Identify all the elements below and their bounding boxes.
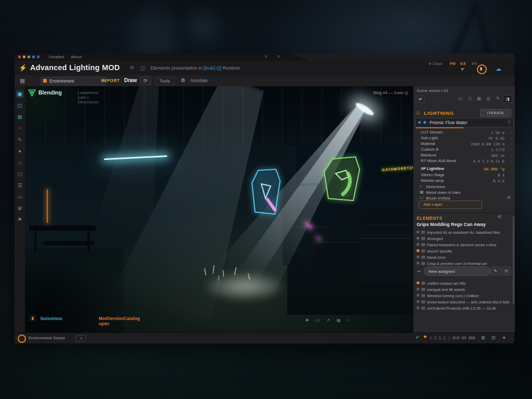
dimension-row[interactable]: ⌐Dimension [416,184,513,189]
filter-settings-icon[interactable]: ⚙ [181,77,185,83]
rotate-button[interactable]: ⟳ [140,76,151,85]
sync-icon[interactable]: ⟲ [497,214,501,219]
window-control-maximize[interactable] [28,56,30,58]
lasso-tool-icon[interactable]: ◇ [16,159,23,166]
window-control-minimize[interactable] [23,56,25,58]
send-icon[interactable]: ➤ [459,65,466,72]
3d-viewport[interactable]: GATAWORETZCA GREYSTONE Blending [ weathe… [25,86,413,332]
hatch-tool-icon[interactable]: ▨ [477,96,481,101]
element-list-item[interactable]: ▤Crisp & preview over 2x thermal set [417,261,509,266]
avatar[interactable] [477,64,487,74]
list-tool-icon[interactable]: ☰ [16,182,23,189]
add-icon[interactable]: ✚ [305,318,309,323]
drag-handle-icon[interactable]: ⠿ [508,120,511,125]
pencil-tool-icon[interactable]: ✎ [496,96,500,101]
add-layer-button[interactable]: Add Layer [419,201,482,209]
property-row[interactable]: RT Mixer AVA Bend4.9 2.2 0.11 B▫ [416,158,513,164]
status-menu-button[interactable]: ≡ [76,335,86,342]
checkbox-row[interactable]: ▣Blend down in bars [416,190,513,195]
toggle-icon[interactable]: ▫ [511,142,512,145]
annotate-button[interactable]: Annotate [190,78,208,83]
property-row[interactable]: Blackout400 lm▫ [416,153,513,158]
cloud-sync-icon[interactable]: ☁ [496,65,501,72]
property-row[interactable]: Sub LightPF 0.90▫ [416,136,513,141]
info-icon[interactable]: ⓘ [140,65,145,72]
toggle-icon[interactable]: ▫ [511,148,512,151]
chevron-down-icon[interactable]: ▿ [277,54,280,59]
timer-icon[interactable]: ◔ [348,318,350,323]
toggle-icon[interactable]: ▫ [511,153,512,157]
property-subheader-row[interactable]: #P Lightline04.000 °g [416,166,513,171]
toggle-icon[interactable]: ▫ [511,159,512,163]
viewport-catalog-label[interactable]: ModVersionCatalog open [99,316,140,326]
window-control-close[interactable] [18,56,21,58]
flag-tool-icon[interactable]: ⚑ [16,216,23,223]
mod-thumbnail-icon[interactable]: ▮ [29,315,36,322]
frames-tool-icon[interactable]: ◫ [16,102,23,109]
expand-icon[interactable]: ↗ [326,318,330,323]
element-assign-input[interactable] [424,267,490,276]
checkbox-icon[interactable]: ☐ [420,195,423,200]
divider-tool-icon[interactable]: − [16,125,23,132]
element-list-item[interactable]: ▤blend zone [417,255,509,260]
grid-toggle-icon[interactable]: ⊞ [481,335,485,340]
window-control-extra[interactable] [37,56,39,58]
rect-tool-icon[interactable]: ▢ [16,170,23,178]
bullet-icon [417,307,419,309]
frame-tool-icon[interactable]: ▭ [458,96,462,101]
grid-tool-icon[interactable]: ⊞ [16,205,23,212]
plane-tool-icon[interactable]: ▭ [16,193,23,201]
element-list-item[interactable]: ▤Paired behaviors & element zones v-bind [417,242,509,247]
panel-toggle-icon[interactable]: ⊡ [491,335,496,340]
monitor-tool-icon[interactable]: ▤ [16,113,23,121]
menu-detailed[interactable]: Detailed [49,55,64,59]
build-link[interactable]: [Build.Q] [204,65,222,71]
property-row[interactable]: LUT Stream1.94 m▫ [416,130,513,135]
element-list-item[interactable]: ▤Imported lid on subsheet 4u, baselined … [417,230,509,235]
brush-tool-icon[interactable]: ✎ [16,136,23,143]
split-tool-icon[interactable]: ◫ [486,96,490,101]
window-tab-strip[interactable]: Detailed About ▿ ▿ [15,54,309,61]
property-row[interactable]: Custom B1.1779▫ [416,147,513,152]
element-list-item[interactable]: ▤unOrdered Products shift 2.0.2b — 10.4k [417,305,509,311]
checkbox-row[interactable]: ☐Brush InVista⚒ [416,195,513,201]
wrench-icon[interactable]: ⚒ [507,195,511,200]
element-list-item[interactable]: ▤secure specific [417,248,509,254]
panel-toggle-icon[interactable]: ◨ [503,95,512,103]
sphere-tool-icon[interactable]: ● [16,148,23,155]
history-icon[interactable]: ⟳ [130,65,134,71]
element-list-item[interactable]: ▤Wireless turning runs | Outliner [417,293,509,298]
collapse-icon[interactable]: ▾ [503,335,506,340]
element-list-item[interactable]: ▤crafted outdoor arc lifts [417,281,509,286]
window-control-pin[interactable] [32,56,35,58]
property-row[interactable]: Material2048 8.00 120 m▫ [416,141,513,147]
edit-button[interactable]: ✎ [490,267,500,275]
element-list-item[interactable]: ▤drone-based obscured — arm ordered kits… [417,299,509,304]
grid-icon[interactable]: ▦ [337,318,341,323]
user-avatar[interactable] [18,335,26,343]
toggle-icon[interactable]: ▫ [511,136,512,140]
swap-icon[interactable]: ⇄ [416,96,425,103]
iterate-button[interactable]: ITERATE [480,109,511,117]
property-row[interactable]: Stereo StageM 4 [416,172,513,178]
viewport-user-label[interactable]: buissimus [41,316,62,321]
property-row[interactable]: Nebula rampN 4.8 [416,178,513,183]
frame-icon[interactable]: ▭ [316,318,320,323]
element-list-item[interactable]: ▤Arranged [417,236,509,241]
grid-view-icon[interactable]: ▦ [20,77,25,84]
element-list-item[interactable]: ▤unequal arm lift assets [417,287,509,292]
scrollbar-thumb[interactable] [513,216,514,304]
square-tool-icon[interactable]: ◻ [468,96,472,101]
duplicate-button[interactable]: ⊡ [501,267,511,275]
environment-dropdown[interactable]: Environment ▾ [41,77,106,85]
grass-tuft [218,275,219,281]
chevron-down-icon[interactable]: ▿ [265,54,267,59]
menu-about[interactable]: About [71,55,82,59]
toggle-icon[interactable]: ▫ [511,130,512,134]
selected-asset-row[interactable]: ◈ Prismic Flow Water ⠿ [415,118,514,127]
import-button[interactable]: IMPORT [101,78,120,83]
tab-draw[interactable]: Draw [124,77,137,83]
tools-dropdown[interactable]: Tools [155,77,174,85]
checkbox-checked-icon[interactable]: ▣ [420,190,424,194]
layers-tool-icon[interactable]: ▣ [16,90,23,98]
